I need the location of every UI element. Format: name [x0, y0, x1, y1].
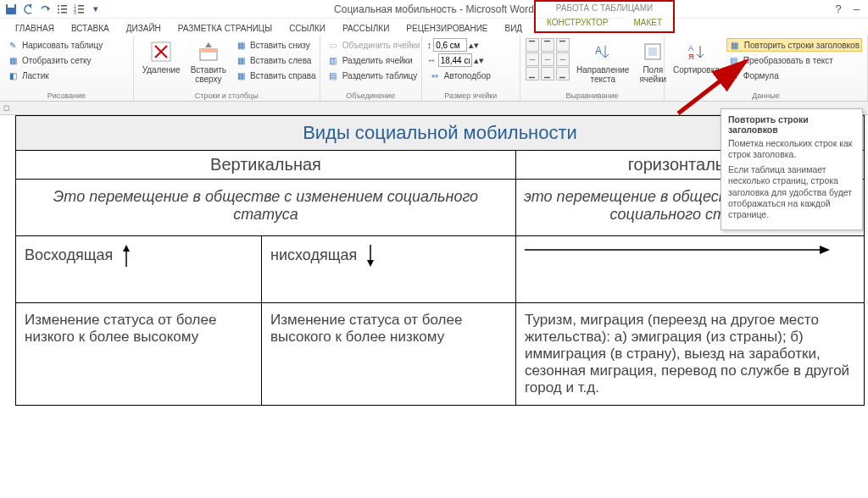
view-gridlines-button[interactable]: ▦Отобразить сетку: [5, 53, 104, 67]
repeat-header-icon: ▦: [729, 39, 741, 51]
eraser-label: Ластик: [22, 71, 49, 80]
col-width-field[interactable]: ↔▴▾: [427, 53, 492, 67]
group-rowscols-label: Строки и столбцы: [139, 91, 314, 101]
text-direction-button[interactable]: A Направление текста: [573, 38, 632, 86]
tooltip-title: Повторить строки заголовков: [728, 114, 855, 135]
save-icon[interactable]: [5, 3, 17, 15]
spinner-icon[interactable]: ▴▾: [469, 40, 479, 51]
ribbon: ✎Нарисовать таблицу ▦Отобразить сетку ◧Л…: [0, 36, 868, 102]
merge-icon: ▭: [327, 39, 339, 51]
desc-vertical[interactable]: Это перемещение в обществе с изменением …: [16, 180, 516, 236]
minimize-icon[interactable]: –: [854, 3, 860, 15]
redo-icon[interactable]: [39, 3, 51, 15]
tab-references[interactable]: ССЫЛКИ: [282, 21, 332, 36]
delete-button[interactable]: Удаление: [139, 38, 184, 76]
cell-descending[interactable]: нисходящая: [262, 236, 516, 303]
draw-table-button[interactable]: ✎Нарисовать таблицу: [5, 38, 104, 52]
split-table-button[interactable]: ▤Разделить таблицу: [326, 69, 422, 82]
insert-above-label: Вставить сверху: [191, 65, 226, 84]
bullets-icon[interactable]: [56, 3, 68, 15]
cell-status-down[interactable]: Изменение статуса от более высокого к бо…: [262, 303, 516, 406]
split-cells-button[interactable]: ▥Разделить ячейки: [326, 53, 422, 67]
convert-label: Преобразовать в текст: [743, 56, 833, 65]
autofit-label: Автоподбор: [444, 71, 491, 80]
svg-rect-1: [8, 4, 14, 8]
merge-label: Объединить ячейки: [342, 41, 420, 50]
tooltip-text-1: Пометка нескольких строк как строк загол…: [728, 138, 855, 160]
header-vertical[interactable]: Вертикальная: [16, 151, 516, 180]
help-icon[interactable]: ?: [836, 3, 842, 15]
repeat-header-label: Повторить строки заголовков: [744, 41, 860, 50]
align-tl-button[interactable]: ▔: [526, 38, 539, 52]
row-height-input[interactable]: [433, 38, 467, 52]
row-height-field[interactable]: ↕▴▾: [427, 38, 492, 52]
align-ml-button[interactable]: ─: [526, 53, 539, 66]
insert-below-icon: ▦: [235, 39, 247, 51]
svg-rect-21: [648, 47, 657, 56]
repeat-header-rows-button[interactable]: ▦Повторить строки заголовков: [726, 38, 862, 52]
eraser-button[interactable]: ◧Ластик: [5, 69, 104, 82]
align-mc-button[interactable]: ─: [541, 53, 554, 66]
ribbon-tabs: ГЛАВНАЯ ВСТАВКА ДИЗАЙН РАЗМЕТКА СТРАНИЦЫ…: [0, 19, 868, 36]
formula-button[interactable]: fxФормула: [726, 69, 862, 82]
table-tools-contextual: РАБОТА С ТАБЛИЦАМИ КОНСТРУКТОР МАКЕТ: [534, 0, 675, 33]
svg-point-6: [58, 12, 59, 14]
align-tr-button[interactable]: ▔: [556, 38, 570, 52]
insert-below-label: Вставить снизу: [250, 41, 310, 50]
numbering-icon[interactable]: 123: [73, 3, 85, 15]
align-bl-button[interactable]: ▁: [526, 67, 539, 80]
formula-icon: fx: [728, 69, 740, 81]
tab-table-design[interactable]: КОНСТРУКТОР: [538, 15, 616, 30]
document-title: Социальная мобильность - Microsoft Word: [334, 3, 534, 15]
cell-status-up[interactable]: Изменение статуса от более низкого к бол…: [16, 303, 262, 406]
insert-left-button[interactable]: ▦Вставить слева: [233, 53, 317, 67]
ascending-label: Восходящая: [25, 246, 113, 263]
autofit-button[interactable]: ⇔Автоподбор: [427, 69, 492, 82]
grid-icon: ▦: [7, 54, 19, 66]
group-alignment-label: Выравнивание: [526, 91, 659, 101]
tab-view[interactable]: ВИД: [498, 21, 530, 36]
cell-examples[interactable]: Туризм, миграция (переезд на другое мест…: [516, 303, 865, 406]
ruler-corner: ▢: [3, 104, 10, 112]
undo-icon[interactable]: [22, 3, 34, 15]
align-br-button[interactable]: ▁: [556, 67, 570, 80]
svg-text:A: A: [688, 44, 693, 53]
descending-label: нисходящая: [270, 246, 357, 263]
repeat-header-tooltip: Повторить строки заголовков Пометка неск…: [721, 108, 863, 230]
insert-above-button[interactable]: Вставить сверху: [187, 38, 230, 86]
insert-right-button[interactable]: ▦Вставить справа: [233, 69, 317, 82]
align-bc-button[interactable]: ▁: [541, 67, 554, 80]
tab-table-layout[interactable]: МАКЕТ: [625, 15, 670, 30]
split-table-icon: ▤: [327, 69, 339, 81]
cell-ascending[interactable]: Восходящая: [16, 236, 262, 303]
gridlines-label: Отобразить сетку: [22, 56, 92, 65]
col-width-input[interactable]: [438, 53, 472, 67]
delete-label: Удаление: [142, 65, 181, 75]
group-merge-label: Объединение: [326, 91, 416, 101]
insert-below-button[interactable]: ▦Вставить снизу: [233, 38, 317, 52]
qat-customize-icon[interactable]: ▾: [90, 3, 102, 15]
draw-table-label: Нарисовать таблицу: [22, 41, 103, 50]
convert-to-text-button[interactable]: ▤Преобразовать в текст: [726, 53, 862, 67]
align-mr-button[interactable]: ─: [556, 53, 570, 66]
tab-design[interactable]: ДИЗАЙН: [120, 21, 168, 36]
svg-text:A: A: [595, 45, 602, 57]
split-icon: ▥: [327, 54, 339, 66]
tab-home[interactable]: ГЛАВНАЯ: [8, 21, 61, 36]
sort-icon: AЯ: [684, 40, 708, 64]
tab-review[interactable]: РЕЦЕНЗИРОВАНИЕ: [399, 21, 494, 36]
tab-pagelayout[interactable]: РАЗМЕТКА СТРАНИЦЫ: [171, 21, 279, 36]
group-data-label: Данные: [670, 91, 862, 101]
tab-mailings[interactable]: РАССЫЛКИ: [336, 21, 396, 36]
spinner-icon[interactable]: ▴▾: [474, 55, 484, 66]
svg-rect-11: [78, 8, 84, 10]
sort-button[interactable]: AЯ Сортировка: [670, 38, 723, 76]
group-cellsize-label: Размер ячейки: [427, 91, 515, 101]
split-table-label: Разделить таблицу: [342, 71, 418, 80]
merge-cells-button[interactable]: ▭Объединить ячейки: [326, 38, 422, 52]
width-icon: ↔: [427, 55, 437, 65]
cell-horizontal-arrow[interactable]: [516, 236, 865, 303]
align-tc-button[interactable]: ▔: [541, 38, 554, 52]
group-draw-label: Рисование: [5, 91, 128, 101]
tab-insert[interactable]: ВСТАВКА: [64, 21, 116, 36]
